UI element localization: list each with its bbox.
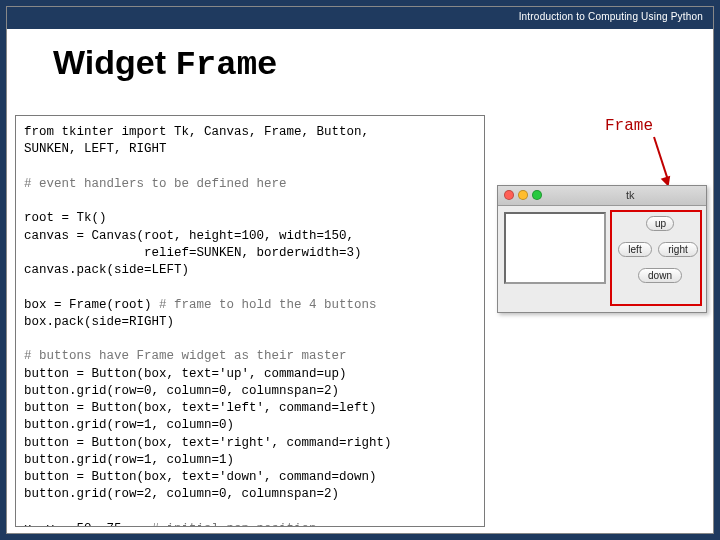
code-line: button = Button(box, text='up', command=… bbox=[24, 367, 347, 381]
close-icon[interactable] bbox=[504, 190, 514, 200]
code-listing: from tkinter import Tk, Canvas, Frame, B… bbox=[24, 124, 478, 527]
zoom-icon[interactable] bbox=[532, 190, 542, 200]
window-title: tk bbox=[626, 189, 635, 201]
code-line: button.grid(row=0, column=0, columnspan=… bbox=[24, 384, 339, 398]
window-body: up left right down bbox=[498, 206, 706, 312]
code-line: SUNKEN, LEFT, RIGHT bbox=[24, 142, 167, 156]
minimize-icon[interactable] bbox=[518, 190, 528, 200]
code-line: canvas.pack(side=LEFT) bbox=[24, 263, 189, 277]
code-line: button = Button(box, text='right', comma… bbox=[24, 436, 392, 450]
code-line: from tkinter import Tk, Canvas, Frame, B… bbox=[24, 125, 369, 139]
code-comment: # frame to hold the 4 buttons bbox=[159, 298, 377, 312]
right-button[interactable]: right bbox=[658, 242, 698, 257]
slide-title: Widget Frame bbox=[53, 43, 277, 84]
code-line: button = Button(box, text='left', comman… bbox=[24, 401, 377, 415]
title-mono: Frame bbox=[175, 46, 277, 84]
code-comment: # event handlers to be defined here bbox=[24, 177, 287, 191]
title-prefix: Widget bbox=[53, 43, 175, 81]
code-comment: # buttons have Frame widget as their mas… bbox=[24, 349, 347, 363]
code-line: button.grid(row=1, column=1) bbox=[24, 453, 234, 467]
code-line: canvas = Canvas(root, height=100, width=… bbox=[24, 229, 354, 243]
top-bar-text: Introduction to Computing Using Python bbox=[519, 11, 703, 22]
canvas-widget[interactable] bbox=[504, 212, 606, 284]
code-box: from tkinter import Tk, Canvas, Frame, B… bbox=[15, 115, 485, 527]
code-line: button = Button(box, text='down', comman… bbox=[24, 470, 377, 484]
code-line: button.grid(row=1, column=0) bbox=[24, 418, 234, 432]
code-line: button.grid(row=2, column=0, columnspan=… bbox=[24, 487, 339, 501]
slide: Introduction to Computing Using Python W… bbox=[6, 6, 714, 534]
code-line: relief=SUNKEN, borderwidth=3) bbox=[24, 246, 362, 260]
code-line: x, y = 50, 75 bbox=[24, 522, 152, 527]
code-line: box.pack(side=RIGHT) bbox=[24, 315, 174, 329]
left-button[interactable]: left bbox=[618, 242, 652, 257]
window-titlebar: tk bbox=[498, 186, 706, 206]
callout-label-frame: Frame bbox=[605, 117, 653, 135]
tk-window: tk up left right down bbox=[497, 185, 707, 313]
arrow-line-icon bbox=[653, 137, 668, 179]
code-comment: # initial pen position bbox=[152, 522, 317, 527]
code-line: root = Tk() bbox=[24, 211, 107, 225]
up-button[interactable]: up bbox=[646, 216, 674, 231]
top-bar: Introduction to Computing Using Python bbox=[7, 7, 713, 29]
code-line: box = Frame(root) bbox=[24, 298, 159, 312]
down-button[interactable]: down bbox=[638, 268, 682, 283]
